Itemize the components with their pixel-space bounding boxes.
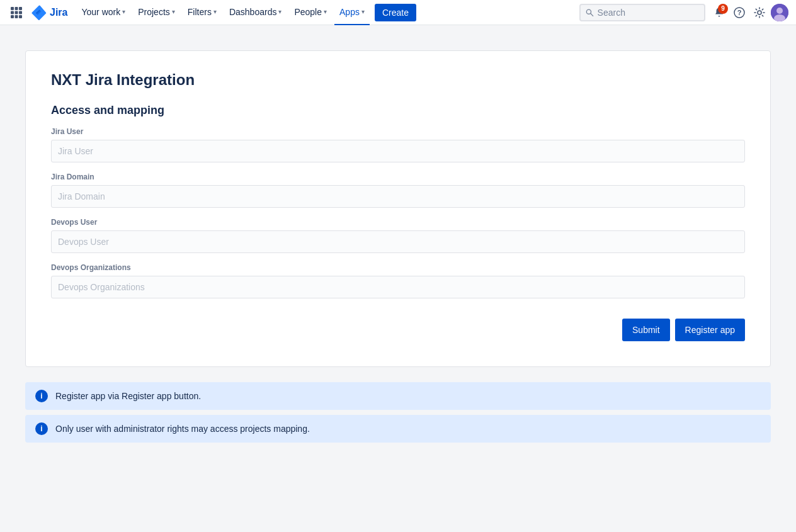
devops-orgs-label: Devops Organizations [51, 263, 745, 272]
info-icon-1: i [35, 390, 48, 402]
card-title: NXT Jira Integration [51, 71, 745, 89]
svg-rect-6 [11, 15, 14, 18]
nav-label-dashboards: Dashboards [229, 7, 277, 17]
jira-domain-group: Jira Domain [51, 173, 745, 208]
info-box-2: i Only user with administrator rights ma… [25, 415, 771, 443]
form-actions: Submit Register app [51, 319, 745, 341]
devops-user-input[interactable] [51, 230, 745, 253]
register-app-button[interactable]: Register app [675, 319, 745, 341]
devops-user-group: Devops User [51, 218, 745, 253]
chevron-down-icon: ▾ [213, 8, 217, 15]
chevron-down-icon: ▾ [324, 8, 327, 15]
svg-rect-7 [15, 15, 18, 18]
settings-button[interactable] [751, 4, 768, 21]
info-text-2: Only user with administrator rights may … [55, 424, 310, 434]
svg-rect-8 [19, 15, 22, 18]
section-title: Access and mapping [51, 104, 745, 117]
settings-icon [754, 7, 765, 18]
jira-user-label: Jira User [51, 127, 745, 136]
main-content: NXT Jira Integration Access and mapping … [0, 25, 796, 443]
help-button[interactable]: ? [731, 4, 748, 21]
nav-label-apps: Apps [339, 7, 360, 17]
integration-card: NXT Jira Integration Access and mapping … [25, 50, 771, 367]
devops-orgs-input[interactable] [51, 276, 745, 298]
create-button[interactable]: Create [375, 4, 416, 21]
notifications-button[interactable]: 9 [710, 4, 728, 21]
nav-label-your-work: Your work [81, 7, 120, 17]
user-avatar-img [771, 4, 788, 21]
logo-text: Jira [50, 7, 67, 18]
svg-text:?: ? [737, 9, 742, 16]
info-text-1: Register app via Register app button. [55, 391, 201, 401]
jira-domain-input[interactable] [51, 185, 745, 208]
devops-orgs-group: Devops Organizations [51, 263, 745, 298]
nav-item-projects[interactable]: Projects ▾ [133, 0, 180, 25]
info-section: i Register app via Register app button. … [25, 382, 771, 443]
chevron-down-icon: ▾ [278, 8, 281, 15]
avatar[interactable] [771, 4, 788, 21]
svg-rect-4 [15, 11, 18, 14]
svg-rect-5 [19, 11, 22, 14]
search-input[interactable] [598, 8, 699, 18]
nav-item-your-work[interactable]: Your work ▾ [76, 0, 130, 25]
info-icon-2: i [35, 422, 48, 435]
svg-rect-1 [15, 7, 18, 10]
jira-logo[interactable]: Jira [28, 3, 71, 23]
svg-rect-3 [11, 11, 14, 14]
submit-button[interactable]: Submit [622, 319, 670, 341]
chevron-down-icon: ▾ [172, 8, 175, 15]
svg-point-15 [776, 8, 783, 14]
devops-user-label: Devops User [51, 218, 745, 227]
chevron-down-icon: ▾ [122, 8, 125, 15]
nav-label-people: People [294, 7, 322, 17]
help-icon: ? [734, 7, 745, 18]
nav-item-dashboards[interactable]: Dashboards ▾ [224, 0, 287, 25]
search-box[interactable] [579, 4, 705, 21]
nav-item-people[interactable]: People ▾ [289, 0, 332, 25]
navbar: Jira Your work ▾ Projects ▾ Filters ▾ Da… [0, 0, 796, 25]
search-icon [586, 8, 594, 17]
nav-label-filters: Filters [188, 7, 212, 17]
svg-line-10 [591, 13, 593, 16]
jira-domain-label: Jira Domain [51, 173, 745, 181]
nav-item-filters[interactable]: Filters ▾ [183, 0, 222, 25]
svg-point-13 [758, 11, 761, 14]
jira-user-group: Jira User [51, 127, 745, 162]
jira-user-input[interactable] [51, 140, 745, 162]
svg-rect-2 [19, 7, 22, 10]
info-box-1: i Register app via Register app button. [25, 382, 771, 410]
svg-rect-0 [11, 7, 14, 10]
nav-item-apps[interactable]: Apps ▾ [334, 0, 370, 25]
nav-label-projects: Projects [138, 7, 170, 17]
notification-badge: 9 [718, 4, 728, 14]
grid-icon[interactable] [8, 4, 25, 21]
chevron-down-icon: ▾ [361, 8, 365, 15]
